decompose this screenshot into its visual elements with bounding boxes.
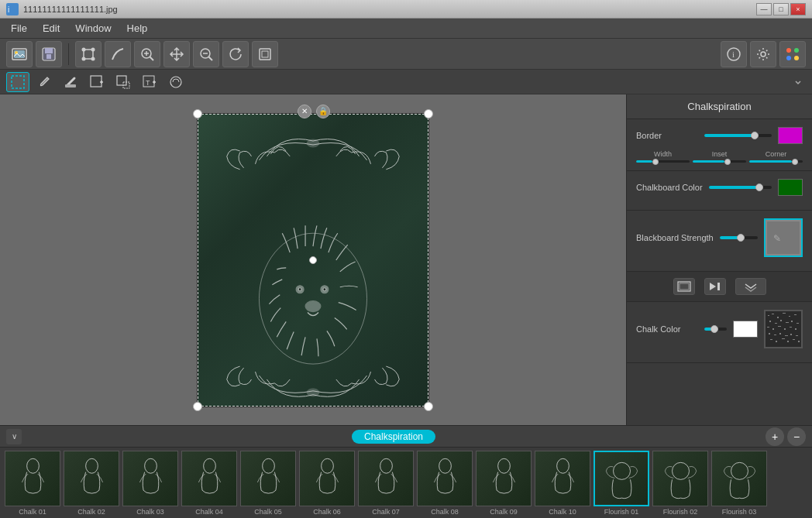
- curves-btn[interactable]: [105, 41, 131, 67]
- svg-point-77: [85, 458, 98, 473]
- transform-btn[interactable]: [112, 72, 135, 92]
- thumb-item-11[interactable]: Flourish 02: [652, 451, 708, 516]
- add-preset-btn[interactable]: +: [766, 427, 784, 446]
- more-action-btn[interactable]: [735, 278, 766, 295]
- width-slider[interactable]: [636, 160, 690, 163]
- svg-rect-60: [778, 326, 781, 327]
- center-handle[interactable]: [309, 256, 317, 264]
- strip-title-btn[interactable]: Chalkspiration: [352, 430, 435, 444]
- svg-rect-75: [798, 341, 800, 342]
- strip-toggle-btn[interactable]: ∨: [6, 429, 22, 444]
- svg-rect-65: [774, 334, 776, 335]
- thumb-label-8: Chalk 09: [490, 508, 518, 516]
- skip-action-btn[interactable]: [704, 278, 726, 295]
- ctrl-close[interactable]: ✕: [298, 105, 311, 118]
- main-content: ✕ 🔒 Chalkspiration Border Width: [0, 94, 812, 425]
- svg-rect-73: [787, 341, 789, 342]
- svg-point-19: [761, 52, 766, 57]
- crop-btn[interactable]: [75, 41, 102, 67]
- thumb-item-8[interactable]: Chalk 09: [476, 451, 532, 516]
- thumb-item-5[interactable]: Chalk 06: [299, 451, 355, 516]
- remove-preset-btn[interactable]: −: [787, 427, 806, 446]
- corner-slider[interactable]: [749, 160, 803, 163]
- thumb-item-10[interactable]: Flourish 01: [594, 451, 649, 516]
- move-btn[interactable]: [163, 41, 190, 67]
- svg-point-83: [439, 458, 451, 473]
- chalkboard[interactable]: ✕ 🔒: [197, 113, 429, 407]
- thumb-img-4: [240, 451, 296, 506]
- svg-rect-52: [769, 321, 771, 322]
- thumb-label-12: Flourish 03: [722, 508, 757, 516]
- add-text-btn[interactable]: T: [138, 72, 161, 92]
- eraser-tool-btn[interactable]: [59, 72, 82, 92]
- svg-point-22: [786, 56, 791, 60]
- add-frame-btn[interactable]: [85, 72, 108, 92]
- svg-point-12: [91, 57, 95, 60]
- thumb-item-2[interactable]: Chalk 03: [122, 451, 178, 516]
- handle-tl[interactable]: [193, 109, 202, 118]
- border-slider[interactable]: [704, 134, 772, 137]
- handle-tr[interactable]: [424, 109, 433, 118]
- svg-rect-67: [785, 335, 788, 336]
- svg-rect-55: [786, 322, 789, 323]
- brush-tool-btn[interactable]: [33, 72, 56, 92]
- close-btn[interactable]: ×: [790, 3, 806, 15]
- toolbar-sep-1: [68, 43, 69, 65]
- svg-text:T: T: [146, 79, 150, 87]
- info-btn[interactable]: i: [721, 41, 747, 67]
- zoom-in-btn[interactable]: [134, 41, 160, 67]
- thumb-item-9[interactable]: Chalk 10: [535, 451, 590, 516]
- border-color-swatch[interactable]: [778, 127, 803, 144]
- chalk-color-row: Chalk Color: [636, 310, 803, 348]
- merge-btn[interactable]: [164, 72, 188, 92]
- maximize-btn[interactable]: □: [773, 3, 789, 15]
- chalkboard-color-swatch[interactable]: [778, 179, 803, 196]
- canvas-area[interactable]: ✕ 🔒: [0, 94, 626, 425]
- fullscreen-btn[interactable]: [252, 41, 278, 67]
- handle-br[interactable]: [424, 402, 433, 411]
- blackboard-strength-preview[interactable]: ✎: [764, 218, 803, 257]
- frame-action-btn[interactable]: [673, 278, 695, 295]
- svg-rect-7: [46, 54, 51, 59]
- thumb-item-7[interactable]: Chalk 08: [417, 451, 473, 516]
- svg-rect-51: [794, 314, 797, 315]
- minimize-btn[interactable]: —: [756, 3, 772, 15]
- sub-toolbar-arrow[interactable]: [790, 74, 806, 90]
- svg-point-79: [203, 458, 215, 473]
- rotate-btn[interactable]: [222, 41, 249, 67]
- settings-btn[interactable]: [750, 41, 776, 67]
- thumb-label-6: Chalk 07: [372, 508, 400, 516]
- effects-btn[interactable]: [779, 41, 806, 67]
- handle-bl[interactable]: [193, 402, 202, 411]
- ctrl-lock[interactable]: 🔒: [316, 105, 330, 118]
- thumb-item-12[interactable]: Flourish 03: [711, 451, 767, 516]
- open-image-btn[interactable]: [6, 41, 33, 67]
- panel-actions: [627, 272, 812, 302]
- zoom-out-btn[interactable]: [193, 41, 219, 67]
- right-panel: Chalkspiration Border Width: [626, 94, 812, 425]
- svg-rect-64: [769, 333, 770, 334]
- chalk-color-swatch[interactable]: [733, 321, 758, 338]
- select-rect-btn[interactable]: [6, 72, 29, 92]
- svg-rect-50: [789, 316, 790, 317]
- chalk-texture-preview[interactable]: [764, 310, 803, 348]
- strip-title: Chalkspiration: [22, 431, 766, 442]
- thumb-item-0[interactable]: Chalk 01: [5, 451, 60, 516]
- menu-edit[interactable]: Edit: [35, 19, 67, 37]
- svg-text:✎: ✎: [773, 233, 781, 244]
- thumb-item-6[interactable]: Chalk 07: [358, 451, 414, 516]
- chalkboard-color-slider[interactable]: [709, 186, 772, 189]
- svg-point-86: [613, 462, 630, 479]
- save-btn[interactable]: [36, 41, 62, 67]
- chalk-color-slider[interactable]: [704, 328, 727, 331]
- menu-file[interactable]: File: [3, 19, 35, 37]
- thumb-item-1[interactable]: Chalk 02: [64, 451, 119, 516]
- menu-help[interactable]: Help: [119, 19, 156, 37]
- blackboard-strength-slider[interactable]: [720, 236, 758, 239]
- thumb-item-4[interactable]: Chalk 05: [240, 451, 296, 516]
- menu-window[interactable]: Window: [67, 19, 119, 37]
- inset-slider[interactable]: [693, 160, 746, 163]
- sub-toolbar: T: [0, 70, 812, 94]
- svg-rect-43: [680, 283, 689, 290]
- thumb-item-3[interactable]: Chalk 04: [181, 451, 237, 516]
